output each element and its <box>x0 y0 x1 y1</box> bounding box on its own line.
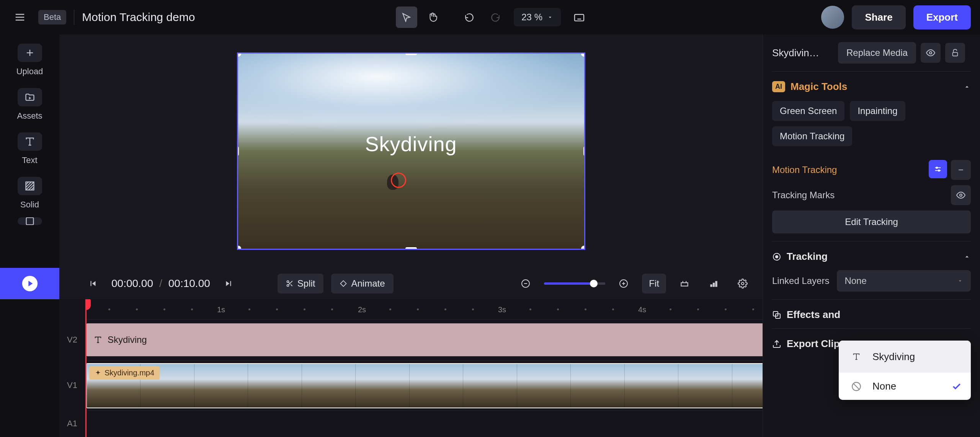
sidebar-item-assets[interactable]: Assets <box>17 88 42 121</box>
tool-inpainting[interactable]: Inpainting <box>850 101 905 121</box>
next-frame-button[interactable] <box>218 273 239 294</box>
replace-media-button[interactable]: Replace Media <box>838 42 916 64</box>
current-time: 00:00.00 <box>111 277 153 290</box>
tool-motion-tracking[interactable]: Motion Tracking <box>772 126 852 146</box>
resize-handle-mb[interactable] <box>405 247 417 250</box>
ai-badge: AI <box>772 81 785 92</box>
hatch-icon <box>24 181 35 191</box>
dropdown-item-none[interactable]: None <box>839 373 971 400</box>
magic-tools-header[interactable]: AI Magic Tools <box>772 81 971 93</box>
undo-button[interactable] <box>459 7 480 28</box>
panel-top: Skydivin… Replace Media <box>772 42 971 64</box>
svg-rect-35 <box>713 283 715 287</box>
sidebar-item-upload[interactable]: Upload <box>16 44 43 77</box>
play-button[interactable] <box>0 268 59 299</box>
check-icon <box>952 382 962 391</box>
prev-frame-button[interactable] <box>82 273 104 294</box>
motion-tracking-toggle-on[interactable] <box>929 160 947 178</box>
split-button[interactable]: Split <box>278 274 324 294</box>
export-icon <box>772 339 781 349</box>
clip-name: Skydivin… <box>772 47 833 59</box>
track-a1[interactable] <box>85 410 763 437</box>
minus-icon <box>957 166 965 174</box>
transport-bar: 00:00.00 / 00:10.00 Split Animate <box>59 268 763 299</box>
clip-v2-text[interactable]: Skydiving <box>86 323 763 356</box>
section-magic-tools: AI Magic Tools Green Screen Inpainting M… <box>772 71 971 233</box>
track-label-v2[interactable]: V2 <box>59 319 85 360</box>
tracking-header[interactable]: Tracking <box>772 251 971 263</box>
dropdown-item-skydiving[interactable]: Skydiving <box>839 341 971 373</box>
fit-button[interactable]: Fit <box>642 274 666 294</box>
sidebar-item-text[interactable]: Text <box>18 132 42 165</box>
svg-line-17 <box>28 185 34 190</box>
resize-handle-ml[interactable] <box>237 147 239 156</box>
hand-tool[interactable] <box>422 7 443 28</box>
settings-button[interactable] <box>732 273 753 294</box>
visibility-toggle[interactable] <box>921 43 941 63</box>
tool-green-screen[interactable]: Green Screen <box>772 101 844 121</box>
zoom-in-button[interactable] <box>613 273 634 294</box>
sidebar-label: Text <box>22 155 37 165</box>
chevron-up-icon <box>963 253 971 261</box>
export-button[interactable]: Export <box>913 5 971 29</box>
resize-handle-br[interactable] <box>581 246 585 250</box>
project-title-input[interactable] <box>82 11 235 24</box>
linked-layers-select[interactable]: None <box>837 270 971 292</box>
snap-button[interactable] <box>674 273 695 294</box>
clip-v1-label: Skydiving.mp4 <box>89 366 160 380</box>
track-v2[interactable]: Skydiving <box>85 319 763 360</box>
select-tool[interactable] <box>396 7 417 28</box>
canvas-area[interactable]: Skydiving <box>59 34 763 268</box>
resize-handle-mr[interactable] <box>583 147 585 156</box>
clip-v1-video[interactable]: Skydiving.mp4 <box>86 363 763 408</box>
keyboard-button[interactable] <box>568 7 590 28</box>
timeline-zoom-slider[interactable] <box>544 282 605 285</box>
tracking-marks-visibility[interactable] <box>951 185 971 205</box>
overlay-text[interactable]: Skydiving <box>365 132 457 156</box>
resize-handle-mt[interactable] <box>405 52 417 55</box>
magic-tools-pills: Green Screen Inpainting Motion Tracking <box>772 101 971 146</box>
linked-layers-label: Linked Layers <box>772 276 829 286</box>
share-button[interactable]: Share <box>852 5 905 29</box>
svg-point-44 <box>936 167 938 169</box>
diamond-icon <box>340 280 347 287</box>
motion-tracking-remove[interactable] <box>951 160 971 180</box>
zoom-out-button[interactable] <box>515 273 536 294</box>
main-layout: Upload Assets Text Solid Skydiving <box>0 34 980 437</box>
slider-thumb[interactable] <box>590 280 598 287</box>
edit-tracking-button[interactable]: Edit Tracking <box>772 210 971 233</box>
redo-button[interactable] <box>485 7 506 28</box>
text-icon <box>94 336 102 344</box>
svg-point-21 <box>287 281 289 283</box>
sliders-icon <box>934 165 942 173</box>
chevron-down-icon <box>547 14 553 20</box>
lock-toggle[interactable] <box>945 43 965 63</box>
sidebar-item-solid[interactable]: Solid <box>18 177 42 210</box>
animate-button[interactable]: Animate <box>331 274 393 294</box>
track-label-v1[interactable]: V1 <box>59 360 85 410</box>
sidebar-label: Assets <box>17 111 42 121</box>
text-icon <box>24 136 35 147</box>
user-avatar[interactable] <box>821 6 844 29</box>
effects-header[interactable]: Effects and <box>772 309 971 321</box>
timeline: V2 V1 A1 1s 2s <box>59 299 763 437</box>
history-group <box>459 7 506 28</box>
playhead[interactable] <box>85 299 87 437</box>
track-v1[interactable]: Skydiving.mp4 <box>85 360 763 410</box>
menu-button[interactable] <box>9 7 31 28</box>
tracks-area[interactable]: 1s 2s 3s 4s <box>85 299 763 437</box>
resize-handle-bl[interactable] <box>237 246 241 250</box>
time-ruler[interactable]: 1s 2s 3s 4s <box>85 299 763 319</box>
topbar: Beta 23 % Share Export <box>0 0 980 34</box>
tracking-mark-icon[interactable] <box>391 173 406 188</box>
section-effects: Effects and <box>772 299 971 321</box>
track-options-button[interactable] <box>703 273 724 294</box>
svg-rect-41 <box>953 52 958 56</box>
export-clip-title: Export Clip <box>787 338 840 350</box>
selected-clip-frame[interactable]: Skydiving <box>237 52 585 250</box>
sidebar-item-more[interactable] <box>18 217 42 225</box>
zoom-select[interactable]: 23 % <box>514 8 561 26</box>
svg-rect-36 <box>715 281 717 287</box>
track-label-a1[interactable]: A1 <box>59 410 85 437</box>
time-separator: / <box>159 277 162 290</box>
